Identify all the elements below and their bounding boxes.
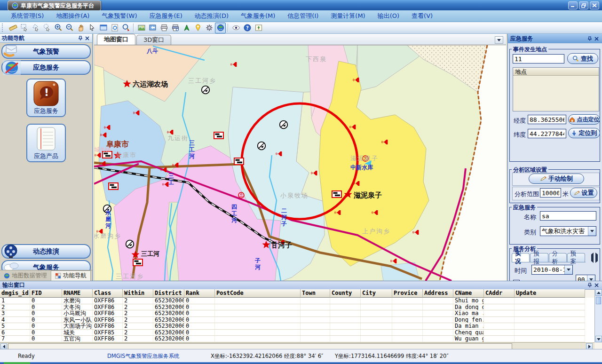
zoom-out-icon[interactable] [64,23,75,33]
print-icon[interactable] [158,23,169,33]
analysis-range-input[interactable] [540,188,561,198]
measure-icon[interactable] [8,23,18,33]
location-search-input[interactable] [513,54,564,63]
refresh-icon[interactable] [109,23,120,33]
close-button[interactable] [590,1,599,9]
longitude-input[interactable] [528,115,566,124]
menu-item[interactable]: 查看(V) [405,12,439,20]
location-result-list[interactable]: 地点 [513,67,599,111]
column-header[interactable]: CName [453,289,484,298]
tab-plan[interactable]: 预案 [567,253,585,262]
site-flag-marker[interactable] [332,191,341,198]
settings-icon[interactable] [204,23,214,33]
toolbar-grip[interactable] [2,24,5,32]
map-image-icon[interactable] [136,23,147,33]
close-icon[interactable] [593,36,600,42]
tab-map-data-management[interactable]: 地图数据管理 [0,270,51,281]
full-extent-icon[interactable] [98,23,109,33]
site-flag-marker[interactable] [109,183,118,190]
restore-button[interactable] [579,1,588,9]
find-button[interactable]: 查找 [567,53,598,64]
menu-item[interactable]: 应急服务(E) [143,12,188,20]
goto-button[interactable]: 定位到 [568,128,600,138]
date-select[interactable]: 2010-08-13 [531,265,573,275]
hour-select[interactable]: 00 [576,275,595,281]
select-rect-icon[interactable] [19,23,30,33]
column-header[interactable]: PostCode [215,289,301,298]
column-header[interactable]: Town [301,289,330,298]
print-preview-icon[interactable] [170,23,181,33]
set-range-button[interactable]: 设置 [570,188,597,198]
map-canvas[interactable]: 八斗三工河乡下西泉六运湖农场九运街城关镇阜康市阜康市滋泥泉子中新水库小泉牧场滋泥… [94,45,506,281]
pointer-icon[interactable] [87,23,97,33]
list-header[interactable]: 地点 [513,68,599,76]
menu-item[interactable]: 气象预警(W) [95,12,143,20]
window-list-dropdown[interactable] [495,36,503,44]
close-icon[interactable] [84,35,90,41]
table-vscrollbar[interactable] [594,289,602,342]
table-row[interactable]: 20大冬沟OXFF8626523020000Da dong gou [0,304,594,311]
pin-icon[interactable] [586,36,593,42]
column-header[interactable]: RNAME [62,289,93,298]
table-row[interactable]: 40东风一小队OXFF8626523020000Dong fen... [0,317,594,324]
tab-forecast[interactable]: 预报 [530,253,548,262]
select-polygon-icon[interactable] [30,23,41,33]
weather-station-marker[interactable] [202,86,210,94]
tab-scroll-right-icon[interactable] [595,254,598,261]
nav-arrow-icon[interactable] [181,23,192,33]
weather-station-marker[interactable] [280,121,288,129]
placemark-icon[interactable] [192,23,203,33]
table-row[interactable]: 30小马厩沟OXFF8626523020000Xiao ma ... [0,310,594,317]
site-flag-marker[interactable] [234,158,244,165]
tab-3d-view[interactable]: 3D窗口 [136,35,171,45]
menu-item[interactable]: 测量计算(M) [325,12,371,20]
column-header[interactable]: Address [423,289,453,298]
emergency-product-button[interactable]: 应急产品 [26,124,66,162]
table-row[interactable]: 10水磨沟OXFF8626523020000Shui mo gou [0,298,594,304]
latitude-input[interactable] [528,129,566,138]
column-header[interactable]: Class [93,289,123,298]
pin-icon[interactable] [77,35,84,41]
table-row[interactable]: 70五官沟OXFF8626523020000Wu guan gou [0,336,594,342]
menu-item[interactable]: 输出(O) [372,12,405,20]
eye-icon[interactable] [230,23,241,33]
help-icon[interactable]: ? [242,23,253,33]
column-header[interactable]: Provice [392,289,423,298]
weather-station-marker[interactable] [126,240,134,248]
pin-icon[interactable] [586,282,593,288]
menu-item[interactable]: 信息管理(I) [281,12,325,20]
pan-icon[interactable] [75,23,86,33]
table-row[interactable]: 60城关OXFF8526523020000Cheng guan [0,330,594,336]
column-header[interactable]: dmgis_id [0,289,30,298]
chevron-down-icon[interactable] [588,227,596,236]
nav-group-weather-warning[interactable]: 气象预警 [1,44,91,59]
column-header[interactable]: CAddr [484,289,515,298]
scene-icon[interactable] [253,23,264,33]
tab-analysis[interactable]: 分析 [549,253,567,262]
emergency-service-button[interactable]: ! 应急服务 [26,79,66,117]
chevron-down-icon[interactable] [564,265,572,274]
weather-station-marker[interactable] [258,142,266,150]
tab-live[interactable]: 实况 [512,253,530,262]
column-header[interactable]: County [330,289,361,298]
tab-map-view[interactable]: 地图窗口 [97,34,135,45]
site-flag-marker[interactable] [133,259,143,266]
column-header[interactable]: District [153,289,184,298]
close-icon[interactable] [593,282,600,288]
zoom-in-icon[interactable] [53,23,63,33]
nav-group-emergency-service[interactable]: 应急服务 [1,60,91,75]
tab-function-navigation[interactable]: 功能导航 [51,270,91,281]
service-type-select[interactable]: 气象和洪水灾害 [540,226,596,236]
menu-item[interactable]: 系统管理(S) [5,12,50,20]
menu-item[interactable]: 气象服务(M) [235,12,281,20]
globe-tool-icon[interactable] [215,23,226,33]
menu-item[interactable]: 动态推演(D) [189,12,235,20]
column-header[interactable]: FID [30,289,62,298]
tab-scroll-left-icon[interactable] [591,254,594,261]
identify-zoom-icon[interactable] [120,23,131,33]
column-header[interactable]: Rank [184,289,215,298]
column-header[interactable]: Update [515,289,585,298]
site-flag-marker[interactable] [214,132,223,139]
menu-item[interactable]: 地图操作(A) [50,12,95,20]
manual-draw-button[interactable]: 手动绘制 [529,174,584,184]
